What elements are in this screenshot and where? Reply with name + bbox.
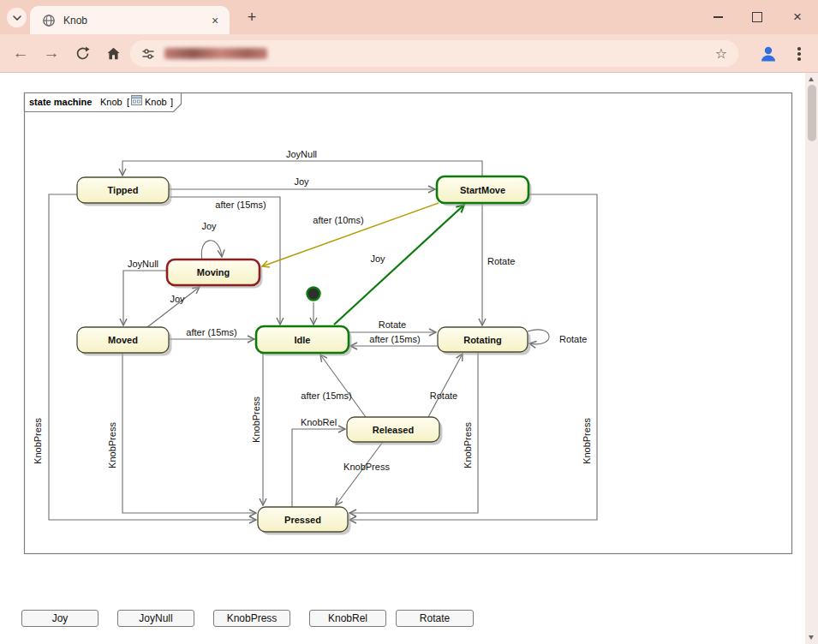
diagram-frame — [25, 93, 792, 554]
forward-button[interactable]: → — [38, 39, 65, 67]
label-rotate-idle: Rotate — [379, 319, 406, 330]
joynull-button[interactable]: JoyNull — [117, 610, 194, 627]
rotate-button[interactable]: Rotate — [396, 610, 474, 627]
page-scrollbar[interactable] — [805, 73, 818, 644]
label-after15-tipped: after (15ms) — [215, 200, 266, 210]
home-button[interactable] — [99, 39, 127, 67]
reload-button[interactable] — [69, 39, 96, 67]
new-tab-button[interactable]: + — [240, 5, 264, 29]
home-icon — [105, 45, 122, 62]
label-after15-released: after (15ms) — [301, 391, 351, 401]
site-settings-icon[interactable] — [141, 47, 155, 61]
transition-moved-pressed-knobpress — [122, 353, 256, 513]
label-joynull-top: JoyNull — [286, 149, 317, 159]
label-rotate-self: Rotate — [559, 334, 587, 344]
state-rotating-label: Rotating — [463, 335, 502, 345]
label-knobrel: KnobRel — [301, 417, 337, 427]
transition-rotating-self-rotate — [528, 330, 549, 344]
profile-avatar-button[interactable] — [756, 42, 779, 65]
label-joynull-moving: JoyNull — [128, 259, 158, 269]
state-rotating: Rotating — [438, 327, 531, 355]
knobrel-button[interactable]: KnobRel — [309, 610, 386, 627]
scroll-up-icon[interactable] — [809, 77, 814, 81]
close-button[interactable]: × — [778, 0, 817, 34]
state-startmove-label: StartMove — [460, 185, 505, 195]
state-moving: Moving — [167, 259, 263, 289]
browser-toolbar: ← → ☆ — [0, 34, 818, 73]
frame-name-label: Knob — [100, 97, 122, 107]
label-rotate-released: Rotate — [430, 391, 457, 401]
maximize-button[interactable] — [737, 0, 777, 34]
person-icon — [758, 44, 779, 64]
label-joy-idle: Joy — [370, 253, 385, 264]
label-after15-rotating: after (15ms) — [369, 334, 420, 344]
frame-kind-label: state machine — [29, 97, 92, 107]
state-moved-label: Moved — [108, 335, 138, 345]
tab-title: Knob — [63, 15, 207, 27]
transition-tipped-pressed-knobpress — [49, 194, 256, 520]
label-after10: after (10ms) — [313, 215, 363, 225]
state-idle-label: Idle — [295, 335, 311, 345]
transition-startmove-tipped-joynull — [122, 161, 482, 176]
chevron-down-icon — [13, 15, 21, 21]
reload-icon — [75, 45, 91, 62]
page-content: state machine Knob [ Knob ] — [0, 73, 805, 644]
state-idle: Idle — [256, 326, 352, 356]
frame-open-bracket: [ — [127, 97, 129, 107]
label-joy-moving-self: Joy — [201, 221, 217, 231]
scroll-down-icon[interactable] — [809, 635, 814, 640]
label-after15-moved: after (15ms) — [186, 327, 236, 337]
initial-state-node — [307, 288, 320, 301]
label-knobpress-tipped: KnobPress — [33, 418, 43, 464]
state-released: Released — [347, 417, 443, 445]
address-bar[interactable]: ☆ — [130, 40, 738, 67]
bookmark-star-button[interactable]: ☆ — [715, 45, 727, 62]
label-rotate-startmove: Rotate — [487, 256, 515, 266]
diagram-icon — [132, 96, 142, 105]
transition-released-idle-after15 — [320, 355, 366, 417]
minimize-button[interactable] — [698, 0, 737, 34]
maximize-icon — [752, 12, 762, 22]
tab-close-button[interactable]: × — [207, 13, 223, 28]
joy-button[interactable]: Joy — [21, 610, 99, 627]
browser-window: Knob × + × ← → — [0, 0, 818, 644]
transition-startmove-moving-after10 — [262, 203, 439, 266]
knobpress-button[interactable]: KnobPress — [213, 610, 290, 627]
transition-moving-self-joy — [201, 241, 222, 259]
globe-icon — [42, 14, 56, 27]
state-tipped-label: Tipped — [108, 185, 139, 195]
label-knobpress-moved: KnobPress — [107, 422, 117, 468]
scroll-thumb[interactable] — [808, 85, 816, 141]
tab-search-button[interactable] — [7, 8, 27, 27]
transition-pressed-released-knobrel — [292, 429, 345, 507]
minimize-icon — [714, 16, 723, 18]
state-machine-diagram: state machine Knob [ Knob ] — [0, 73, 805, 644]
label-joy-moved: Joy — [170, 294, 185, 304]
tab-strip: Knob × + × — [0, 0, 818, 34]
label-joy-tipped: Joy — [294, 176, 309, 187]
label-knobpress-rotating: KnobPress — [463, 422, 473, 468]
state-tipped: Tipped — [77, 177, 172, 206]
tab-knob[interactable]: Knob × — [30, 6, 230, 34]
back-button[interactable]: ← — [7, 39, 34, 67]
state-pressed-label: Pressed — [284, 515, 321, 525]
url-text-redacted — [164, 48, 267, 59]
frame-ref-label: Knob — [145, 97, 167, 107]
state-released-label: Released — [373, 425, 414, 435]
transition-released-rotating-rotate — [428, 354, 463, 417]
label-knobpress-startmove: KnobPress — [582, 418, 592, 464]
state-startmove: StartMove — [437, 176, 532, 206]
browser-menu-button[interactable] — [788, 43, 810, 65]
state-moved: Moved — [77, 327, 172, 356]
state-pressed: Pressed — [258, 507, 351, 535]
state-moving-label: Moving — [197, 267, 230, 277]
frame-close-bracket: ] — [170, 97, 173, 107]
transition-released-pressed-knobpress — [336, 442, 383, 505]
label-knobpress-released: KnobPress — [343, 462, 390, 472]
label-knobpress-idle: KnobPress — [251, 397, 261, 443]
